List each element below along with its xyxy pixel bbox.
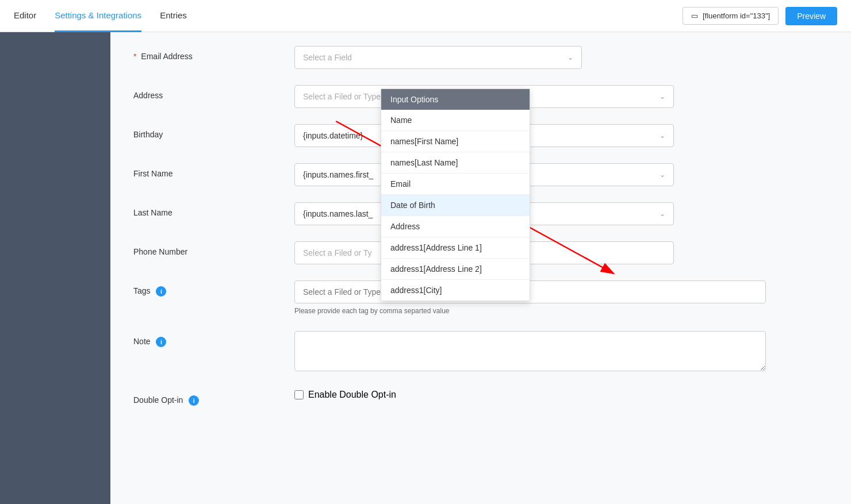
shortcode-button[interactable]: ▭ [fluentform id="133"] — [683, 7, 779, 25]
first-name-label: First Name — [133, 163, 294, 178]
dropdown-item-city[interactable]: address1[City] — [381, 280, 530, 301]
tags-label: Tags i — [133, 280, 294, 297]
double-optin-row: Double Opt-in i Enable Double Opt-in — [133, 390, 828, 406]
address-label: Address — [133, 85, 294, 100]
phone-select-placeholder: Select a Filed or Ty — [303, 248, 372, 257]
shortcode-label: [fluentform id="133"] — [703, 11, 770, 20]
dropdown-item-address-line2[interactable]: address1[Address Line 2] — [381, 259, 530, 280]
preview-button[interactable]: Preview — [785, 7, 837, 25]
double-optin-checkbox[interactable] — [294, 390, 304, 399]
note-textarea[interactable] — [294, 331, 766, 371]
chevron-down-icon: ⌄ — [660, 171, 665, 179]
note-label: Note i — [133, 331, 294, 347]
double-optin-label: Double Opt-in i — [133, 390, 294, 406]
dropdown-item-name[interactable]: Name — [381, 110, 530, 131]
nav-settings[interactable]: Settings & Integrations — [55, 0, 141, 32]
first-name-value: {inputs.names.first_ — [303, 170, 373, 179]
double-optin-checkbox-label: Enable Double Opt-in — [308, 390, 396, 400]
chevron-down-icon: ⌄ — [660, 210, 665, 218]
shortcode-icon: ▭ — [691, 11, 698, 20]
dropdown-header: Input Options — [381, 89, 530, 110]
header-nav: Editor Settings & Integrations Entries — [14, 0, 683, 32]
chevron-down-icon: ⌄ — [568, 53, 573, 61]
birthday-label: Birthday — [133, 124, 294, 139]
double-optin-info-icon[interactable]: i — [189, 395, 199, 406]
sidebar — [0, 32, 110, 504]
email-field-wrap: Select a Field ⌄ — [294, 46, 582, 69]
last-name-label: Last Name — [133, 202, 294, 217]
dropdown-item-address[interactable]: Address — [381, 216, 530, 237]
double-optin-field-wrap: Enable Double Opt-in — [294, 390, 582, 400]
first-name-row: First Name {inputs.names.first_ ⌄ Input … — [133, 163, 828, 186]
nav-entries[interactable]: Entries — [160, 0, 187, 32]
tags-info-icon[interactable]: i — [156, 286, 166, 297]
input-options-dropdown: Input Options Name names[First Name] nam… — [381, 89, 530, 301]
email-row: * Email Address Select a Field ⌄ — [133, 46, 828, 69]
email-select-placeholder: Select a Field — [303, 53, 352, 62]
dropdown-item-email[interactable]: Email — [381, 174, 530, 195]
tags-field-wrap: Please provide each tag by comma separte… — [294, 280, 766, 315]
phone-label: Phone Number — [133, 241, 294, 256]
last-name-value: {inputs.names.last_ — [303, 209, 373, 218]
nav-editor[interactable]: Editor — [14, 0, 36, 32]
double-optin-checkbox-wrap: Enable Double Opt-in — [294, 390, 582, 400]
birthday-value: {inputs.datetime} — [303, 131, 363, 140]
required-star: * — [133, 52, 136, 61]
note-info-icon[interactable]: i — [156, 337, 166, 347]
email-label: * Email Address — [133, 46, 294, 61]
dropdown-item-address-line1[interactable]: address1[Address Line 1] — [381, 237, 530, 259]
tags-input[interactable] — [294, 280, 766, 303]
dropdown-item-first-name[interactable]: names[First Name] — [381, 131, 530, 152]
header: Editor Settings & Integrations Entries ▭… — [0, 0, 851, 32]
dropdown-item-last-name[interactable]: names[Last Name] — [381, 152, 530, 174]
header-right: ▭ [fluentform id="133"] Preview — [683, 7, 837, 25]
dropdown-item-dob[interactable]: Date of Birth — [381, 195, 530, 216]
chevron-down-icon: ⌄ — [660, 93, 665, 101]
main-content: * Email Address Select a Field ⌄ Address… — [110, 32, 851, 504]
layout: * Email Address Select a Field ⌄ Address… — [0, 32, 851, 504]
note-row: Note i — [133, 331, 828, 374]
note-field-wrap — [294, 331, 766, 374]
chevron-down-icon: ⌄ — [660, 132, 665, 140]
tags-hint: Please provide each tag by comma separte… — [294, 307, 766, 315]
email-select[interactable]: Select a Field ⌄ — [294, 46, 582, 69]
